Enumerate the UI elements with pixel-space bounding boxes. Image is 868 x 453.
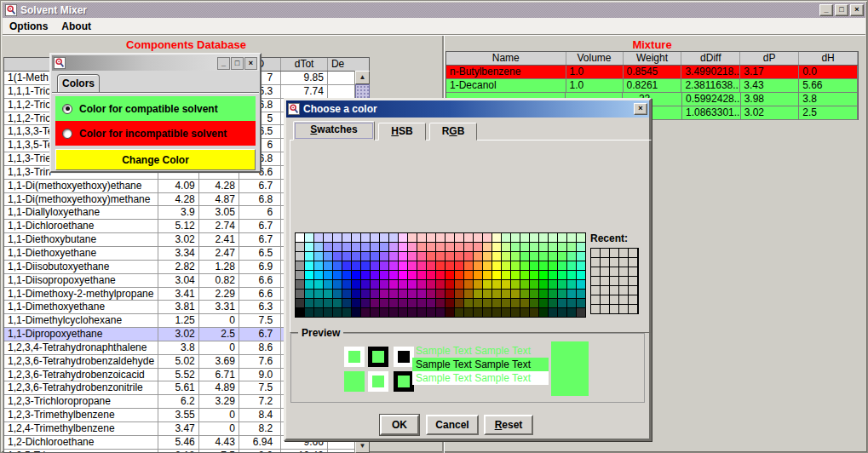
swatch-cell[interactable] bbox=[380, 299, 388, 307]
swatch-cell[interactable] bbox=[455, 280, 463, 289]
swatch-cell[interactable] bbox=[455, 299, 463, 307]
swatch-cell[interactable] bbox=[567, 243, 576, 251]
swatch-cell[interactable] bbox=[530, 261, 538, 270]
swatch-cell[interactable] bbox=[577, 261, 585, 270]
swatch-cell[interactable] bbox=[417, 233, 426, 242]
swatch-cell[interactable] bbox=[567, 299, 576, 307]
swatch-cell[interactable] bbox=[324, 299, 332, 307]
swatch-cell[interactable] bbox=[417, 280, 426, 289]
swatch-cell[interactable] bbox=[502, 233, 510, 242]
swatch-cell[interactable] bbox=[324, 233, 332, 242]
swatch-cell[interactable] bbox=[530, 271, 538, 279]
swatch-cell[interactable] bbox=[408, 233, 417, 242]
swatch-cell[interactable] bbox=[324, 280, 332, 289]
swatch-cell[interactable] bbox=[389, 290, 398, 298]
scrollbar-thumb[interactable] bbox=[355, 84, 370, 99]
recent-swatch-cell[interactable] bbox=[601, 267, 609, 276]
swatch-cell[interactable] bbox=[567, 252, 576, 261]
swatch-cell[interactable] bbox=[324, 290, 332, 298]
swatch-cell[interactable] bbox=[558, 280, 566, 289]
frame-close-button[interactable]: × bbox=[244, 57, 257, 70]
recent-swatch-cell[interactable] bbox=[629, 277, 637, 285]
swatch-cell[interactable] bbox=[577, 271, 585, 279]
radio-selected-icon[interactable] bbox=[62, 104, 72, 114]
recent-swatch-cell[interactable] bbox=[591, 295, 600, 304]
swatch-cell[interactable] bbox=[558, 233, 566, 242]
swatch-cell[interactable] bbox=[314, 299, 323, 307]
swatch-cell[interactable] bbox=[427, 299, 435, 307]
swatch-cell[interactable] bbox=[314, 271, 323, 279]
swatch-cell[interactable] bbox=[408, 290, 417, 298]
swatch-cell[interactable] bbox=[361, 280, 370, 289]
swatch-cell[interactable] bbox=[305, 290, 313, 298]
swatch-cell[interactable] bbox=[558, 290, 566, 298]
swatch-cell[interactable] bbox=[305, 308, 313, 317]
swatch-cell[interactable] bbox=[333, 308, 342, 317]
swatch-cell[interactable] bbox=[333, 252, 342, 261]
swatch-cell[interactable] bbox=[380, 280, 388, 289]
minimize-button[interactable]: _ bbox=[819, 4, 833, 16]
ok-button[interactable]: OK bbox=[380, 415, 419, 435]
swatch-cell[interactable] bbox=[520, 271, 529, 279]
swatch-cell[interactable] bbox=[333, 261, 342, 270]
swatch-cell[interactable] bbox=[389, 233, 398, 242]
swatch-cell[interactable] bbox=[333, 280, 342, 289]
swatch-cell[interactable] bbox=[577, 299, 585, 307]
swatch-cell[interactable] bbox=[445, 299, 454, 307]
swatch-cell[interactable] bbox=[483, 252, 491, 261]
swatch-cell[interactable] bbox=[567, 290, 576, 298]
recent-swatch-cell[interactable] bbox=[591, 277, 600, 285]
recent-swatch-cell[interactable] bbox=[591, 267, 600, 276]
scroll-up-button[interactable]: ▲ bbox=[355, 71, 370, 84]
scroll-down-button[interactable]: ▼ bbox=[355, 439, 370, 453]
swatch-cell[interactable] bbox=[427, 280, 435, 289]
menu-about[interactable]: About bbox=[55, 19, 98, 34]
swatch-cell[interactable] bbox=[558, 271, 566, 279]
recent-swatch-cell[interactable] bbox=[619, 295, 628, 304]
swatch-cell[interactable] bbox=[483, 308, 491, 317]
swatch-cell[interactable] bbox=[549, 280, 557, 289]
swatch-cell[interactable] bbox=[427, 243, 435, 251]
swatch-cell[interactable] bbox=[567, 308, 576, 317]
recent-swatch-cell[interactable] bbox=[610, 258, 618, 267]
swatch-cell[interactable] bbox=[342, 233, 351, 242]
swatch-cell[interactable] bbox=[530, 243, 538, 251]
swatch-cell[interactable] bbox=[417, 308, 426, 317]
swatch-cell[interactable] bbox=[530, 290, 538, 298]
swatch-cell[interactable] bbox=[436, 290, 445, 298]
swatch-cell[interactable] bbox=[296, 243, 304, 251]
swatch-cell[interactable] bbox=[445, 308, 454, 317]
swatch-cell[interactable] bbox=[371, 252, 379, 261]
swatch-cell[interactable] bbox=[296, 280, 304, 289]
swatch-cell[interactable] bbox=[417, 252, 426, 261]
tab-colors[interactable]: Colors bbox=[57, 74, 100, 92]
swatch-cell[interactable] bbox=[371, 290, 379, 298]
swatch-cell[interactable] bbox=[324, 271, 332, 279]
swatch-cell[interactable] bbox=[492, 299, 501, 307]
recent-swatch-cell[interactable] bbox=[591, 249, 600, 257]
swatch-cell[interactable] bbox=[380, 290, 388, 298]
radio-unselected-icon[interactable] bbox=[62, 129, 72, 139]
swatch-cell[interactable] bbox=[539, 271, 548, 279]
swatch-cell[interactable] bbox=[539, 299, 548, 307]
swatch-cell[interactable] bbox=[474, 271, 482, 279]
swatch-cell[interactable] bbox=[333, 271, 342, 279]
swatch-cell[interactable] bbox=[483, 299, 491, 307]
swatch-cell[interactable] bbox=[296, 252, 304, 261]
swatch-cell[interactable] bbox=[520, 261, 529, 270]
swatch-cell[interactable] bbox=[314, 280, 323, 289]
swatch-cell[interactable] bbox=[539, 261, 548, 270]
swatch-cell[interactable] bbox=[549, 271, 557, 279]
swatch-cell[interactable] bbox=[361, 290, 370, 298]
swatch-cell[interactable] bbox=[427, 290, 435, 298]
swatch-cell[interactable] bbox=[558, 308, 566, 317]
swatch-cell[interactable] bbox=[427, 308, 435, 317]
tab-rgb[interactable]: RGB bbox=[429, 123, 477, 140]
swatch-cell[interactable] bbox=[342, 261, 351, 270]
swatch-cell[interactable] bbox=[455, 308, 463, 317]
swatch-cell[interactable] bbox=[399, 233, 407, 242]
frame-maximize-button[interactable]: □ bbox=[231, 57, 244, 70]
swatch-cell[interactable] bbox=[492, 280, 501, 289]
title-bar[interactable]: Solvent Mixer _ □ × bbox=[3, 3, 865, 18]
swatch-cell[interactable] bbox=[352, 252, 360, 261]
